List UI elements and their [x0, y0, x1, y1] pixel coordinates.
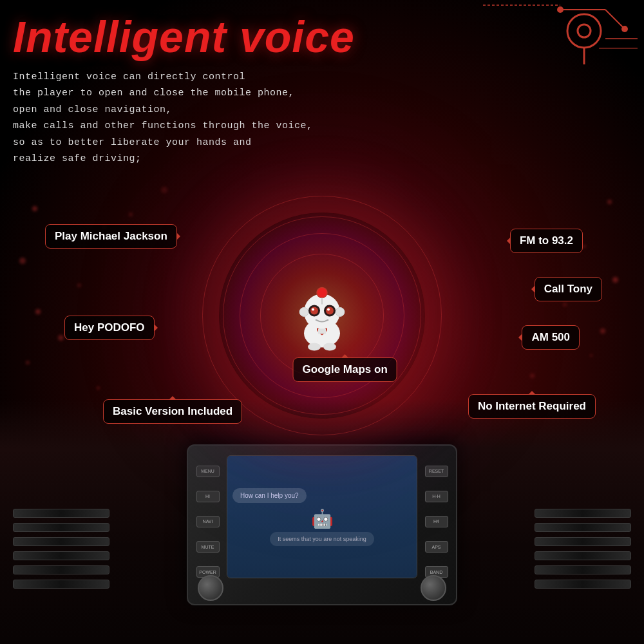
screen-reply: It seems that you are not speaking: [270, 532, 374, 546]
bubble-fm: FM to 93.2: [510, 229, 583, 253]
vent-slat: [13, 523, 109, 532]
svg-point-24: [323, 343, 336, 350]
vent-slat: [535, 580, 631, 589]
vent-slat: [13, 565, 109, 574]
voice-orb: [219, 213, 425, 419]
btn-h4[interactable]: H4: [425, 516, 448, 527]
btn-reset[interactable]: RESET: [425, 466, 448, 477]
location-pin-icon: [564, 13, 605, 64]
car-interior: MENU HI NAVI MUTE POWER How can I help y…: [0, 399, 644, 644]
svg-point-8: [578, 24, 591, 37]
screen-robot-icon: 🤖: [311, 508, 334, 529]
description-text: Intelligent voice can directly control t…: [13, 69, 631, 167]
bubble-no-internet: No Internet Required: [468, 394, 596, 419]
robot-mascot: [290, 278, 354, 355]
svg-point-23: [308, 343, 321, 350]
header-section: Intelligent voice Intelligent voice can …: [0, 6, 644, 174]
page-title: Intelligent voice: [13, 13, 631, 61]
svg-point-18: [310, 307, 318, 314]
svg-rect-22: [318, 328, 326, 334]
knob-select[interactable]: [421, 575, 446, 601]
knob-volume[interactable]: [198, 575, 223, 601]
buttons-left: MENU HI NAVI MUTE POWER: [193, 459, 222, 585]
bubble-google-maps: Google Maps on: [293, 357, 397, 382]
vent-slat: [535, 565, 631, 574]
svg-point-20: [312, 308, 314, 310]
btn-hh[interactable]: H-H: [425, 491, 448, 502]
vent-slat: [535, 537, 631, 546]
bubble-am: AM 500: [522, 325, 580, 350]
vent-slat: [13, 580, 109, 589]
vent-slat: [535, 523, 631, 532]
svg-point-21: [327, 308, 330, 310]
btn-navi[interactable]: NAVI: [196, 516, 220, 527]
vent-left: [13, 509, 109, 592]
btn-menu[interactable]: MENU: [196, 466, 220, 477]
bubble-call-tony: Call Tony: [535, 277, 602, 301]
vent-right: [535, 509, 631, 592]
screen-prompt: How can I help you?: [232, 488, 307, 503]
vent-slat: [535, 509, 631, 518]
head-unit-screen: How can I help you? 🤖 It seems that you …: [227, 455, 417, 578]
svg-point-15: [336, 307, 345, 316]
buttons-right: RESET H-H H4 APS BAND: [422, 459, 451, 585]
screen-content: How can I help you? 🤖 It seems that you …: [227, 456, 417, 578]
vent-slat: [13, 551, 109, 560]
svg-point-7: [567, 14, 601, 48]
btn-mute[interactable]: MUTE: [196, 541, 220, 553]
vent-slat: [13, 509, 109, 518]
vent-slat: [13, 537, 109, 546]
btn-aps[interactable]: APS: [425, 541, 448, 553]
svg-point-19: [326, 307, 334, 314]
svg-point-14: [299, 307, 308, 316]
vent-slat: [535, 551, 631, 560]
svg-point-12: [317, 287, 327, 298]
head-unit: MENU HI NAVI MUTE POWER How can I help y…: [187, 444, 457, 605]
btn-hi[interactable]: HI: [196, 491, 220, 502]
bubble-play-michael: Play Michael Jackson: [45, 224, 177, 249]
bubble-basic-version: Basic Version Included: [103, 399, 242, 424]
bubble-hey-podofo: Hey PODOFO: [64, 316, 155, 340]
